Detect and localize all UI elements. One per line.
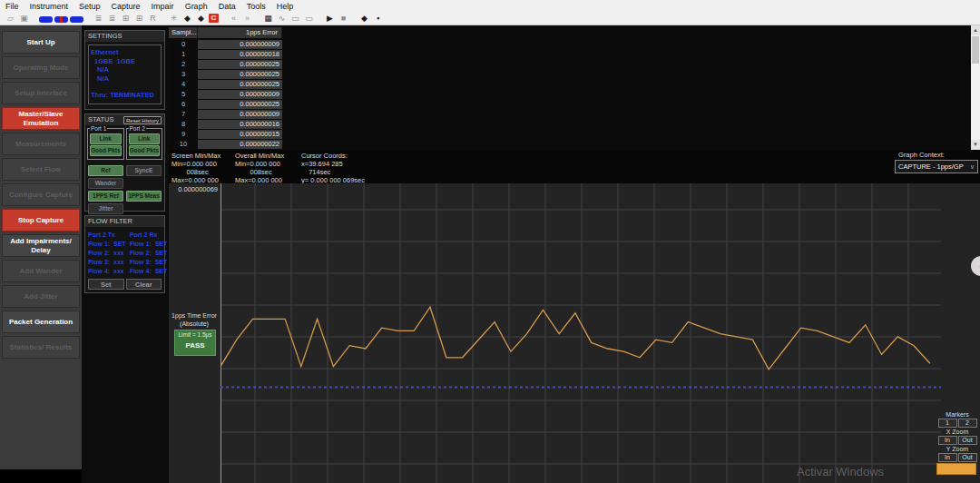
sample-cell: 9 [169, 130, 198, 140]
x-zoom-out-button[interactable]: Out [958, 436, 977, 445]
table-body: 00.00000000910.00000001820.00000002530.0… [169, 40, 282, 150]
setup-flow-icon[interactable]: ≣ [106, 13, 118, 24]
sidebar-button-stop-capture[interactable]: Stop Capture [2, 209, 80, 232]
scroll-up-icon[interactable]: ▲ [971, 25, 980, 35]
data-table-icon[interactable]: ▦ [262, 13, 274, 24]
table-row[interactable]: 60.000000025 [169, 100, 282, 110]
y-axis-title: 1pps Time Error (Absolute) [169, 311, 220, 328]
scroll-down-icon[interactable]: ▼ [971, 140, 980, 150]
reset-history-button[interactable]: Reset History [123, 116, 162, 124]
menu-graph[interactable]: Graph [180, 2, 213, 11]
capture-graph[interactable] [220, 183, 941, 483]
y-zoom-label: Y Zoom [936, 445, 978, 453]
marker1-icon[interactable]: ◆ [181, 13, 193, 24]
table-row[interactable]: 70.000000009 [169, 110, 282, 120]
flow-row-flow-1-set[interactable]: Flow 1: SET [130, 240, 168, 249]
flow-filter-panel: FLOW FILTER Port 2 TxFlow 1: SETFlow 2: … [84, 215, 165, 293]
sidebar-button-add-impairments-delay[interactable]: Add Impairments/ Delay [2, 234, 80, 257]
collapse-panel-handle[interactable]: ‹ [971, 256, 980, 276]
table-row[interactable]: 90.000000015 [169, 130, 282, 140]
pane1-icon[interactable]: ▭ [289, 13, 301, 24]
menu-capture[interactable]: Capture [106, 2, 146, 11]
menu-data[interactable]: Data [213, 2, 241, 11]
graph-action-button[interactable] [936, 463, 976, 475]
screen-minmax-title: Screen Min/Max [172, 152, 237, 160]
application-window: FileInstrumentSetupCaptureImpairGraphDat… [0, 0, 980, 483]
reference-icon[interactable]: R [147, 13, 159, 24]
flow-row-flow-2-xxx[interactable]: Flow 2: xxx [88, 249, 126, 258]
capture-icon[interactable]: C [209, 14, 219, 23]
skip-back-icon[interactable]: « [228, 13, 240, 24]
save-icon[interactable]: ▣ [18, 13, 30, 24]
column-header-1pps-error[interactable]: 1pps Error [198, 27, 282, 38]
menu-tools[interactable]: Tools [241, 2, 271, 11]
table-row[interactable]: 40.000000025 [169, 80, 282, 90]
chevron-down-icon: ∨ [970, 163, 975, 171]
table-row[interactable]: 50.000000009 [169, 90, 282, 100]
flow-row-flow-3-xxx[interactable]: Flow 3: xxx [88, 258, 126, 267]
table-row[interactable]: 20.000000025 [169, 60, 282, 70]
port-swap-cable-icon[interactable] [54, 16, 68, 23]
add-wander-icon[interactable]: ⊞ [133, 13, 145, 24]
status-badge-1pps-ref: 1PPS Ref [88, 191, 123, 202]
flow-port-label: Port 2 Rx [130, 230, 168, 240]
table-row[interactable]: 00.000000009 [169, 40, 282, 50]
sidebar-button-packet-generation[interactable]: Packet Generation [2, 310, 80, 333]
flow-row-flow-2-set[interactable]: Flow 2: SET [130, 249, 168, 258]
flow-set-button[interactable]: Set [88, 279, 124, 290]
menu-bar: FileInstrumentSetupCaptureImpairGraphDat… [0, 0, 980, 12]
marker-2-button[interactable]: 2 [958, 419, 977, 428]
port-label: Port 2 [129, 125, 146, 132]
scrollbar-thumb[interactable] [972, 36, 979, 64]
menu-help[interactable]: Help [271, 2, 299, 11]
menu-setup[interactable]: Setup [74, 2, 106, 11]
settings-line: Ethernet [91, 48, 159, 57]
status-badge-link: Link [129, 133, 161, 144]
play-icon[interactable]: ▶ [324, 13, 336, 24]
status-badge-jitter: Jitter [88, 203, 123, 214]
graph-context: Graph Context: CAPTURE - 1pps/GP ∨ [895, 151, 978, 173]
sidebar-button-select-flow: Select Flow [2, 158, 80, 181]
skip-forward-icon[interactable]: » [241, 13, 253, 24]
column-header-sample[interactable]: Sampl... [169, 27, 198, 38]
table-row[interactable]: 100.000000022 [169, 140, 282, 150]
y-zoom-in-button[interactable]: In [938, 453, 957, 462]
x-zoom-in-button[interactable]: In [938, 436, 957, 445]
flow-filter-columns: Port 2 TxFlow 1: SETFlow 2: xxxFlow 3: x… [85, 227, 164, 276]
graph-view-icon[interactable]: ∿ [276, 13, 288, 24]
menu-instrument[interactable]: Instrument [24, 2, 74, 11]
setup-interface-icon[interactable]: ≣ [93, 13, 104, 24]
marker-1-button[interactable]: 1 [938, 419, 957, 428]
graph-context-dropdown[interactable]: CAPTURE - 1pps/GP ∨ [895, 160, 978, 173]
port1-cable-icon[interactable] [39, 16, 53, 23]
stop2-icon[interactable]: ▪ [372, 13, 384, 24]
sidebar-button-master-slave-emulation[interactable]: Master/Slave Emulation [2, 107, 80, 130]
windows-activation-watermark: Activar Windows [797, 465, 884, 478]
flow-row-flow-4-set[interactable]: Flow 4: SET [130, 267, 168, 276]
add-impairment-icon[interactable]: ⊞ [120, 13, 132, 24]
table-row[interactable]: 10.000000018 [169, 50, 282, 60]
status-badge-1pps-meas: 1PPS Meas [126, 191, 162, 202]
table-scrollbar[interactable]: ▲ ▼ [971, 25, 980, 150]
open-icon[interactable]: ▱ [5, 13, 16, 24]
marker2-icon[interactable]: ◆ [195, 13, 207, 24]
menu-file[interactable]: File [0, 2, 24, 11]
overall-min-value: 0.000 000 008sec [250, 160, 300, 176]
settings-gear-icon[interactable]: ✳ [168, 13, 180, 24]
table-row[interactable]: 30.000000025 [169, 70, 282, 80]
flow-clear-button[interactable]: Clear [126, 279, 162, 290]
status-panel-title: STATUS [88, 114, 113, 125]
flow-row-flow-4-xxx[interactable]: Flow 4: xxx [88, 267, 126, 276]
pane2-icon[interactable]: ▭ [303, 13, 315, 24]
y-zoom-out-button[interactable]: Out [958, 453, 977, 462]
table-row[interactable]: 80.000000016 [169, 120, 282, 130]
port2-cable-icon[interactable] [70, 16, 83, 23]
flow-row-flow-3-set[interactable]: Flow 3: SET [130, 258, 168, 267]
record-icon[interactable]: ◆ [358, 13, 370, 24]
sidebar-button-start-up[interactable]: Start Up [2, 31, 80, 54]
flow-row-flow-1-set[interactable]: Flow 1: SET [88, 240, 126, 249]
stop-icon[interactable]: ■ [338, 13, 349, 24]
value-cell: 0.000000025 [198, 100, 282, 109]
menu-impair[interactable]: Impair [146, 2, 180, 11]
value-cell: 0.000000018 [198, 50, 282, 59]
